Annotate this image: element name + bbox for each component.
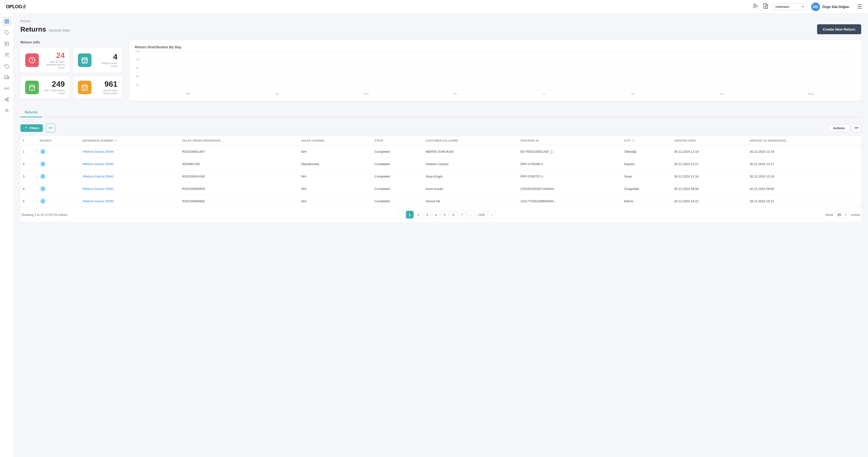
pagination-next[interactable]: › bbox=[488, 211, 496, 219]
cell-tracking-2: OPP-3745260-1 bbox=[518, 158, 622, 170]
pagination-page-3[interactable]: 3 bbox=[423, 211, 431, 219]
col-num: # bbox=[20, 136, 37, 145]
table-head: # SOURCE REFERENCE NUMBER ⇅ SALES ORDER … bbox=[20, 136, 861, 145]
breadcrumb: Returns bbox=[20, 20, 861, 23]
cell-sc-5: N/A bbox=[299, 195, 372, 207]
filters-button[interactable]: Filters bbox=[20, 124, 43, 132]
pagination-page-2[interactable]: 2 bbox=[414, 211, 422, 219]
globe-icon-3: 🌐 bbox=[39, 173, 46, 179]
bar-tue-label: Tue bbox=[275, 92, 279, 95]
pagination-page-1[interactable]: 1 bbox=[406, 211, 414, 219]
ref-link-3[interactable]: #Return-Danca-25942 bbox=[83, 175, 114, 178]
pagination-page-4[interactable]: 4 bbox=[432, 211, 440, 219]
document-icon-btn[interactable] bbox=[763, 3, 769, 10]
svg-rect-7 bbox=[7, 22, 8, 23]
stat-icon-last30: 30 bbox=[78, 81, 91, 94]
cell-sor-1: RSO100911497 bbox=[180, 145, 299, 158]
logo: OPLOG // bbox=[6, 4, 26, 10]
cell-tracking-3: OPP-3760757-1 bbox=[518, 170, 622, 182]
stat-label-today: Todays return count bbox=[95, 62, 117, 67]
sidebar-item-reports[interactable] bbox=[2, 39, 12, 49]
tab-returns[interactable]: Returns bbox=[20, 108, 42, 117]
chart-container: Return Distribution By Day 135 105 75 45… bbox=[129, 40, 861, 101]
col-ref[interactable]: REFERENCE NUMBER ⇅ bbox=[80, 136, 180, 145]
cell-created-5: 28.12.2024 16:21 bbox=[672, 195, 747, 207]
ref-link-4[interactable]: #Return-Danca-25941 bbox=[83, 187, 114, 191]
col-sales-order-ref: SALES ORDER REFERENCE ... bbox=[180, 136, 299, 145]
cell-sor-5: RSO100894662 bbox=[180, 195, 299, 207]
svg-rect-8 bbox=[5, 22, 6, 23]
svg-rect-22 bbox=[82, 58, 87, 63]
pagination-page-5[interactable]: 5 bbox=[441, 211, 448, 219]
pagination-page-7[interactable]: 7 bbox=[458, 211, 466, 219]
sidebar-item-shipping[interactable] bbox=[2, 73, 12, 82]
hamburger-menu[interactable]: ☰ bbox=[857, 4, 862, 10]
actions-more-button[interactable]: ••• bbox=[852, 123, 861, 132]
sidebar-item-plugin[interactable] bbox=[2, 95, 12, 105]
stat-card-last7: 7 249 Last 7 days return count bbox=[20, 76, 70, 98]
toolbar-left: Filters ••• bbox=[20, 123, 55, 132]
table-wrapper: # SOURCE REFERENCE NUMBER ⇅ SALES ORDER … bbox=[20, 136, 861, 222]
create-new-return-button[interactable]: Create New Return bbox=[817, 24, 861, 34]
cell-tracking-1: 007-RSO100911497_1 bbox=[518, 145, 622, 158]
cell-num-4: 4 bbox=[20, 182, 37, 195]
show-label: Show bbox=[825, 213, 833, 217]
per-page-select[interactable]: 25 50 100 bbox=[835, 212, 849, 218]
col-sales-channel: SALES CHANNEL bbox=[299, 136, 372, 145]
sidebar-item-users[interactable] bbox=[2, 50, 12, 60]
user-area[interactable]: ÖD Özge Sıla Doğan bbox=[811, 2, 849, 11]
svg-point-17 bbox=[5, 78, 6, 79]
cell-sc-2: Hepsiburada bbox=[299, 158, 372, 170]
cell-sc-4: N/A bbox=[299, 182, 372, 195]
stat-label-last30: Last 30 days return count bbox=[95, 89, 117, 95]
sidebar-item-dashboard[interactable] bbox=[2, 17, 12, 26]
cell-state-5: Completed bbox=[372, 195, 423, 207]
sidebar-item-integrations[interactable] bbox=[2, 84, 12, 93]
sidebar-item-account[interactable] bbox=[2, 106, 12, 116]
stats-and-chart: Return Info 24 Last 90 days pending retu… bbox=[20, 40, 861, 101]
ref-link-2[interactable]: #Return-Danca-25943 bbox=[83, 162, 114, 166]
pagination-prev[interactable]: ‹ bbox=[397, 211, 405, 219]
stat-icon-pending bbox=[25, 53, 39, 67]
ref-link-1[interactable]: #Return-Danca-25944 bbox=[83, 150, 114, 153]
cell-city-4: Zonguldak bbox=[622, 182, 672, 195]
top-nav: OPLOG // rossmann ÖD Özge Sıla Doğan ☰ bbox=[0, 0, 868, 13]
ref-link-5[interactable]: #Return-Danca-25940 bbox=[83, 199, 114, 203]
chart-title: Return Distribution By Day bbox=[135, 45, 856, 49]
avatar: ÖD bbox=[811, 2, 820, 11]
cell-created-3: 30.12.2024 12:16 bbox=[672, 170, 747, 182]
actions-button[interactable]: Actions bbox=[828, 124, 850, 132]
entries-label: entries bbox=[851, 213, 860, 217]
tenant-select[interactable]: rossmann bbox=[773, 3, 807, 10]
cell-state-4: Completed bbox=[372, 182, 423, 195]
globe-icon-1: 🌐 bbox=[39, 148, 46, 155]
svg-point-0 bbox=[754, 4, 756, 6]
col-created[interactable]: CREATED DATE ↓ bbox=[672, 136, 747, 145]
pagination-ellipsis: ... bbox=[467, 211, 475, 219]
globe-icon-4: 🌐 bbox=[39, 185, 46, 192]
cell-created-1: 30.12.2024 12:19 bbox=[672, 145, 747, 158]
stat-icon-today bbox=[78, 53, 91, 67]
return-info-title: Return Info bbox=[20, 40, 122, 44]
table-row: 1 🌐 #Return-Danca-25944 RSO100911497 N/A… bbox=[20, 145, 861, 158]
cell-sor-4: RSO100905934 bbox=[180, 182, 299, 195]
cell-arrived-4: 30.12.2024 08:56 bbox=[747, 182, 861, 195]
sidebar-item-returns[interactable] bbox=[2, 61, 12, 71]
sidebar-item-tags[interactable] bbox=[2, 28, 12, 37]
stat-info-last7: 249 Last 7 days return count bbox=[43, 80, 65, 95]
pagination-page-6[interactable]: 6 bbox=[450, 211, 457, 219]
add-user-icon-btn[interactable] bbox=[752, 3, 758, 10]
stat-card-last30: 30 961 Last 30 days return count bbox=[73, 76, 122, 98]
svg-rect-5 bbox=[5, 20, 6, 21]
stat-value-pending: 24 bbox=[56, 52, 65, 59]
svg-point-20 bbox=[6, 109, 7, 111]
filters-more-button[interactable]: ••• bbox=[46, 123, 55, 132]
cell-state-1: Completed bbox=[372, 145, 423, 158]
cell-ref-4: #Return-Danca-25941 bbox=[80, 182, 180, 195]
stat-info-pending: 24 Last 90 days pending returns count bbox=[43, 52, 65, 69]
col-city[interactable]: CITY ⇅ bbox=[622, 136, 672, 145]
table-row: 2 🌐 #Return-Danca-25943 4554997226 Hepsi… bbox=[20, 158, 861, 170]
cell-state-3: Completed bbox=[372, 170, 423, 182]
pagination-last-page[interactable]: 2150 bbox=[476, 211, 487, 219]
cell-city-1: Tekirdağ bbox=[622, 145, 672, 158]
